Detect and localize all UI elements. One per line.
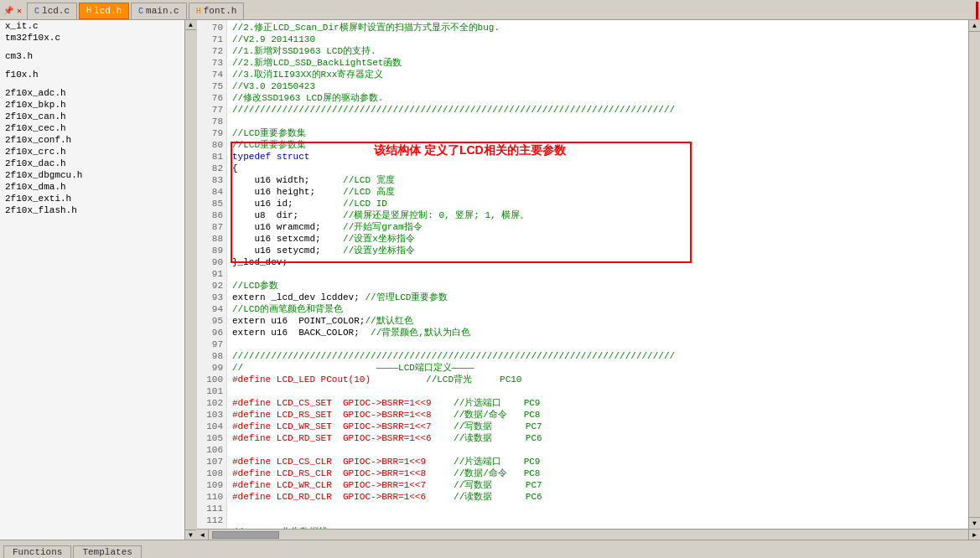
- code-line: //修改SSD1963 LCD屏的驱动参数.: [232, 92, 963, 104]
- code-line: ////////////////////////////////////////…: [232, 350, 963, 362]
- code-line: #define LCD_RD_CLR GPIOC->BRR=1<<6 //读数据…: [232, 491, 963, 503]
- code-line: #define LCD_CS_CLR GPIOC->BRR=1<<9 //片选端…: [232, 456, 963, 468]
- tab-templates[interactable]: Templates: [73, 545, 141, 558]
- sidebar-item[interactable]: 2f10x_can.h: [0, 111, 184, 122]
- sidebar-item[interactable]: tm32f10x.c: [0, 32, 184, 44]
- code-line: u16 height; //LCD 高度: [232, 186, 963, 198]
- code-line: [232, 444, 963, 456]
- code-line: //2.新增LCD_SSD_BackLightSet函数: [232, 57, 963, 69]
- code-line: //LCD参数: [232, 280, 963, 292]
- sidebar-item[interactable]: f10x.h: [0, 69, 184, 80]
- pin-icon[interactable]: 📌: [2, 4, 15, 18]
- code-line: extern u16 POINT_COLOR;//默认红色: [232, 315, 963, 327]
- hscroll-thumb[interactable]: [212, 531, 279, 539]
- code-line: [232, 338, 963, 350]
- sidebar-item[interactable]: cm3.h: [0, 50, 184, 62]
- code-line: u16 wramcmd; //开始写gram指令: [232, 221, 963, 233]
- tab-bar: 📌 ✕ C lcd.c H lcd.h C main.c H font.h: [0, 0, 980, 20]
- code-line: extern u16 BACK_COLOR; //背景颜色,默认为白色: [232, 327, 963, 338]
- code-line: //1.新增对SSD1963 LCD的支持.: [232, 45, 963, 57]
- h-file-icon-2: H: [196, 7, 201, 16]
- code-line: {: [232, 163, 963, 174]
- code-line: extern _lcd_dev lcddev; //管理LCD重要参数: [232, 292, 963, 303]
- tab-main-c[interactable]: C main.c: [131, 3, 187, 19]
- bottom-bar: Functions Templates: [0, 540, 980, 558]
- c-file-icon: C: [34, 7, 39, 16]
- code-line: u8 dir; //横屏还是竖屏控制: 0, 竖屏; 1, 横屏。: [232, 209, 963, 221]
- h-file-icon: H: [86, 6, 91, 15]
- editor-area: 70 71 72 73 74 75 76 77 78 79 80 81: [197, 20, 980, 540]
- sidebar-item[interactable]: 2f10x_cec.h: [0, 122, 184, 134]
- sidebar-item[interactable]: 2f10x_conf.h: [0, 134, 184, 146]
- vscroll-down-btn[interactable]: ▼: [969, 517, 980, 529]
- code-line: #define LCD_WR_SET GPIOC->BSRR=1<<7 //写数…: [232, 421, 963, 432]
- sidebar-item[interactable]: 2f10x_dma.h: [0, 181, 184, 193]
- code-line: //2.修正LCD_Scan_Dir横屏时设置的扫描方式显示不全的bug.: [232, 22, 963, 34]
- code-line: [232, 514, 963, 526]
- code-line: typedef struct: [232, 151, 963, 163]
- sidebar-file-list: x_it.c tm32f10x.c cm3.h f10x.h 2f10x_adc…: [0, 20, 184, 540]
- code-line: //3.取消ILI93XX的Rxx寄存器定义: [232, 69, 963, 80]
- sidebar-vscroll[interactable]: ▲ ▼: [184, 20, 196, 540]
- code-line: [232, 385, 963, 397]
- code-line: // ————LCD端口定义————: [232, 362, 963, 374]
- editor-vscroll[interactable]: ▲ ▼: [968, 20, 980, 529]
- code-line: //LCD重要参数集: [232, 139, 963, 151]
- vscroll-up-btn[interactable]: ▲: [969, 20, 980, 32]
- sidebar-item[interactable]: 2f10x_bkp.h: [0, 99, 184, 111]
- code-line: [232, 503, 963, 514]
- code-line: //LCD重要参数集: [232, 127, 963, 139]
- editor-hscroll[interactable]: ◄ ►: [197, 529, 980, 540]
- hscroll-left-btn[interactable]: ◄: [197, 530, 209, 540]
- sidebar-item[interactable]: 2f10x_flash.h: [0, 204, 184, 216]
- hscroll-right-btn[interactable]: ►: [968, 530, 980, 540]
- code-line: #define LCD_WR_CLR GPIOC->BRR=1<<7 //写数据…: [232, 479, 963, 491]
- code-line: //V2.9 20141130: [232, 34, 963, 45]
- code-line: //V3.0 20150423: [232, 80, 963, 92]
- sidebar-item[interactable]: 2f10x_dac.h: [0, 158, 184, 169]
- code-line: #define LCD_RD_SET GPIOC->BSRR=1<<6 //读数…: [232, 432, 963, 444]
- line-numbers: 70 71 72 73 74 75 76 77 78 79 80 81: [197, 20, 227, 529]
- tab-lcd-c[interactable]: C lcd.c: [27, 3, 77, 19]
- file-sidebar: x_it.c tm32f10x.c cm3.h f10x.h 2f10x_adc…: [0, 20, 197, 540]
- code-line: }_lcd_dev;: [232, 256, 963, 268]
- sidebar-item[interactable]: 2f10x_crc.h: [0, 146, 184, 158]
- code-line: u16 id; //LCD ID: [232, 198, 963, 209]
- sidebar-item[interactable]: 2f10x_dbgmcu.h: [0, 169, 184, 181]
- code-line: //PB0~15,作为数据线: [232, 526, 963, 529]
- code-line: #define LCD_RS_SET GPIOC->BSRR=1<<8 //数据…: [232, 409, 963, 421]
- code-line: #define LCD_RS_CLR GPIOC->BRR=1<<8 //数据/…: [232, 468, 963, 479]
- code-line: //LCD的画笔颜色和背景色: [232, 303, 963, 315]
- code-line: ////////////////////////////////////////…: [232, 104, 963, 116]
- tab-functions[interactable]: Functions: [3, 545, 71, 558]
- code-line: [232, 268, 963, 280]
- code-line: u16 setxcmd; //设置x坐标指令: [232, 233, 963, 245]
- close-icon[interactable]: ✕: [15, 4, 23, 18]
- code-line: #define LCD_CS_SET GPIOC->BSRR=1<<9 //片选…: [232, 397, 963, 409]
- tab-font-h[interactable]: H font.h: [189, 3, 245, 19]
- sidebar-item[interactable]: x_it.c: [0, 20, 184, 32]
- tab-lcd-h[interactable]: H lcd.h: [79, 3, 129, 19]
- code-content[interactable]: 该结构体 定义了LCD相关的主要参数 //2.修正LCD_Scan_Dir横屏时…: [227, 20, 968, 529]
- code-line: #define LCD_LED PCout(10) //LCD背光 PC10: [232, 374, 963, 385]
- code-line: u16 setycmd; //设置y坐标指令: [232, 245, 963, 256]
- c-file-icon-2: C: [138, 7, 143, 16]
- code-line: u16 width; //LCD 宽度: [232, 174, 963, 186]
- code-line: [232, 116, 963, 127]
- sidebar-item[interactable]: 2f10x_exti.h: [0, 193, 184, 204]
- sidebar-item[interactable]: 2f10x_adc.h: [0, 87, 184, 99]
